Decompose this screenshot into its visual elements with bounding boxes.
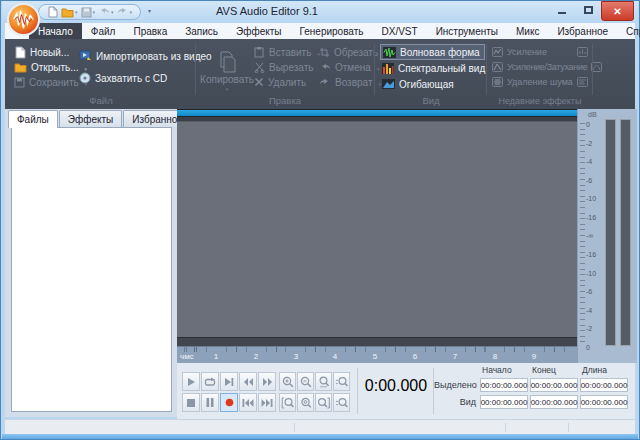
tab-favorites[interactable]: Избранное bbox=[548, 23, 617, 39]
import-video-icon bbox=[79, 50, 92, 62]
tab-tools[interactable]: Инструменты bbox=[427, 23, 507, 39]
tab-mix[interactable]: Микс bbox=[507, 23, 548, 39]
close-button[interactable]: ✕ bbox=[601, 1, 634, 21]
amplify-effect-button[interactable]: Усиление bbox=[492, 45, 588, 59]
undo-icon[interactable] bbox=[98, 7, 114, 17]
tab-record[interactable]: Запись bbox=[176, 23, 227, 39]
copy-button[interactable]: Копировать bbox=[203, 43, 251, 99]
capture-from-cd-button[interactable]: Захватить с CD bbox=[79, 71, 167, 85]
envelope-icon bbox=[382, 79, 395, 89]
quick-access-toolbar bbox=[38, 4, 141, 20]
sidebar-tab-files[interactable]: Файлы bbox=[8, 110, 58, 128]
timeline-mark: 9 bbox=[532, 352, 536, 361]
tab-dxvst[interactable]: DX/VST bbox=[373, 23, 427, 39]
open-folder-icon bbox=[14, 62, 27, 73]
selection-end-field[interactable]: 00:00:00.000 bbox=[530, 378, 578, 392]
ribbon-group-recent-effects: Усиление Усиление/Затухание Удаление шум… bbox=[490, 39, 590, 109]
app-window: ▾ AVS Audio Editor 9.1 ✕ Начало Файл Пра… bbox=[0, 0, 640, 440]
go-to-end-button[interactable] bbox=[258, 393, 276, 412]
zoom-vertical-out-button[interactable] bbox=[333, 393, 350, 412]
header-start: Начало bbox=[480, 365, 528, 375]
play-to-end-button[interactable] bbox=[220, 372, 238, 391]
tab-file[interactable]: Файл bbox=[82, 23, 125, 39]
zoom-selection-start-button[interactable] bbox=[279, 393, 296, 412]
meter-scale: 0 -2 -4 -6 -10 -16 -∞ -16 -10 -6 -4 -2 0 bbox=[586, 121, 602, 351]
timeline-mark: 2 bbox=[254, 352, 258, 361]
spectral-view-button[interactable]: Спектральный вид bbox=[382, 61, 485, 75]
paste-icon bbox=[254, 46, 265, 58]
zoom-selection-end-button[interactable] bbox=[315, 393, 332, 412]
redo-button[interactable]: Возврат bbox=[319, 75, 381, 89]
fast-forward-button[interactable] bbox=[258, 372, 276, 391]
timeline-ruler: чмс 1 2 3 4 5 6 7 8 9 bbox=[177, 346, 577, 363]
record-button[interactable] bbox=[220, 393, 238, 412]
overview-scroll-bar[interactable] bbox=[177, 109, 577, 116]
app-logo-icon[interactable] bbox=[6, 2, 41, 37]
envelope-view-button[interactable]: Огибающая bbox=[382, 77, 454, 91]
save-icon[interactable] bbox=[81, 7, 96, 18]
status-divider bbox=[505, 423, 506, 432]
timeline-unit-label: чмс bbox=[180, 352, 194, 361]
zoom-in-button[interactable] bbox=[279, 372, 296, 391]
spectrum-icon bbox=[382, 63, 394, 74]
tab-edit[interactable]: Правка bbox=[124, 23, 176, 39]
sidebar-tab-effects[interactable]: Эффекты bbox=[59, 110, 122, 127]
view-length-field[interactable]: 00:00:00.000 bbox=[580, 395, 628, 409]
pause-button[interactable] bbox=[201, 393, 219, 412]
waveform-canvas[interactable] bbox=[177, 122, 577, 337]
copy-icon bbox=[217, 51, 237, 73]
delete-button[interactable]: Удалить bbox=[254, 75, 306, 89]
cut-button[interactable]: Вырезать bbox=[254, 60, 313, 74]
group-label-edit: Правка bbox=[198, 95, 372, 106]
loop-button[interactable] bbox=[201, 372, 219, 391]
paste-button[interactable]: Вставить bbox=[254, 45, 320, 59]
save-icon bbox=[14, 77, 25, 88]
zoom-100-button[interactable] bbox=[315, 372, 332, 391]
redo-icon[interactable] bbox=[117, 7, 133, 17]
selection-start-field[interactable]: 00:00:00.000 bbox=[480, 378, 528, 392]
new-file-icon[interactable] bbox=[47, 6, 58, 18]
stop-button[interactable] bbox=[182, 393, 200, 412]
import-from-video-button[interactable]: Импортировать из видео bbox=[79, 49, 212, 63]
timeline-mark: 7 bbox=[453, 352, 457, 361]
maximize-button[interactable] bbox=[575, 1, 601, 19]
status-divider bbox=[568, 423, 569, 432]
zoom-full-button[interactable] bbox=[297, 393, 314, 412]
selection-fields: Начало Конец Длина Выделено 00:00:00.000… bbox=[434, 365, 628, 409]
open-file-icon[interactable] bbox=[61, 7, 78, 18]
group-label-file: Файл bbox=[9, 95, 193, 106]
selection-length-field[interactable]: 00:00:00.000 bbox=[580, 378, 628, 392]
open-button[interactable]: Открыть... bbox=[14, 60, 87, 74]
tab-generate[interactable]: Генерировать bbox=[291, 23, 373, 39]
view-end-field[interactable]: 00:00:00.000 bbox=[530, 395, 578, 409]
zoom-out-button[interactable] bbox=[297, 372, 314, 391]
waveform-icon bbox=[383, 47, 396, 58]
go-to-start-button[interactable] bbox=[239, 393, 257, 412]
zoom-vertical-in-button[interactable] bbox=[333, 372, 350, 391]
rewind-button[interactable] bbox=[239, 372, 257, 391]
files-list-panel[interactable] bbox=[11, 127, 172, 412]
trim-button[interactable]: Обрезать bbox=[319, 45, 378, 59]
tab-effects[interactable]: Эффекты bbox=[227, 23, 290, 39]
play-button[interactable] bbox=[182, 372, 200, 391]
waveform-editor: чмс 1 2 3 4 5 6 7 8 9 bbox=[177, 109, 577, 363]
qat-customize-icon[interactable]: ▾ bbox=[148, 7, 151, 14]
noise-removal-effect-button[interactable]: Удаление шума bbox=[492, 75, 588, 89]
timeline-mark: 8 bbox=[493, 352, 497, 361]
tab-help[interactable]: Справк bbox=[617, 23, 640, 39]
waveform-view-button[interactable]: Волновая форма bbox=[380, 44, 485, 60]
undo-button[interactable]: Отмена bbox=[319, 60, 379, 74]
effect-icon bbox=[492, 47, 503, 57]
db-unit-label: dB bbox=[588, 111, 597, 118]
view-start-field[interactable]: 00:00:00.000 bbox=[480, 395, 528, 409]
fade-effect-button[interactable]: Усиление/Затухание bbox=[492, 60, 588, 74]
horizontal-scrollbar[interactable] bbox=[177, 337, 577, 346]
effect-preset-icon bbox=[577, 77, 588, 87]
minimize-button[interactable] bbox=[549, 1, 575, 19]
timeline-mark: 6 bbox=[413, 352, 417, 361]
new-button[interactable]: Новый... bbox=[14, 45, 69, 59]
ribbon-group-edit: Копировать Вставить Вырезать Удалить Обр… bbox=[198, 39, 372, 109]
meter-ticks bbox=[580, 123, 585, 347]
effect-icon bbox=[492, 77, 503, 87]
save-button[interactable]: Сохранить bbox=[14, 75, 87, 89]
